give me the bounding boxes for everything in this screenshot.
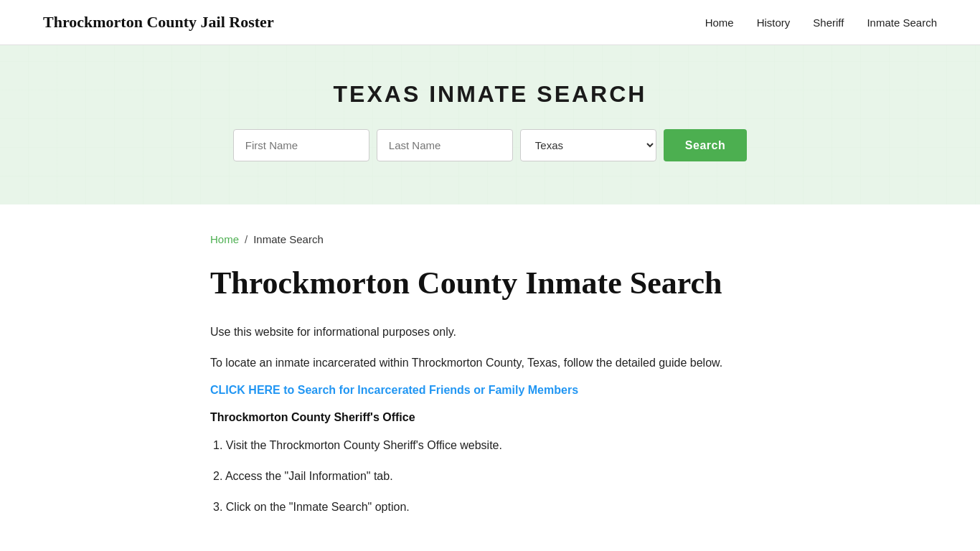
incarcerated-search-link[interactable]: CLICK HERE to Search for Incarcerated Fr… — [210, 384, 578, 396]
search-button[interactable]: Search — [664, 129, 747, 161]
site-title: Throckmorton County Jail Roster — [43, 13, 274, 32]
nav-inmate-search[interactable]: Inmate Search — [867, 17, 937, 29]
first-name-input[interactable] — [233, 129, 369, 161]
page-heading: Throckmorton County Inmate Search — [210, 265, 770, 302]
hero-title: TEXAS INMATE SEARCH — [14, 81, 966, 108]
site-header: Throckmorton County Jail Roster Home His… — [0, 0, 980, 45]
hero-banner: TEXAS INMATE SEARCH TexasAlabamaAlaskaAr… — [0, 45, 980, 204]
breadcrumb: Home / Inmate Search — [210, 233, 770, 245]
breadcrumb-home[interactable]: Home — [210, 233, 239, 245]
intro-text-2: To locate an inmate incarcerated within … — [210, 353, 770, 372]
nav-sheriff[interactable]: Sheriff — [813, 17, 844, 29]
section-subheading: Throckmorton County Sheriff's Office — [210, 411, 770, 424]
step-2: 2. Access the "Jail Information" tab. — [210, 466, 770, 486]
search-form: TexasAlabamaAlaskaArizonaArkansasCalifor… — [14, 129, 966, 161]
steps-list: 1. Visit the Throckmorton County Sheriff… — [210, 435, 770, 517]
breadcrumb-separator: / — [245, 233, 248, 245]
nav-home[interactable]: Home — [705, 17, 734, 29]
nav-history[interactable]: History — [757, 17, 791, 29]
main-content: Home / Inmate Search Throckmorton County… — [167, 204, 813, 551]
main-nav: Home History Sheriff Inmate Search — [705, 17, 937, 29]
breadcrumb-current: Inmate Search — [253, 233, 324, 245]
last-name-input[interactable] — [377, 129, 513, 161]
step-1: 1. Visit the Throckmorton County Sheriff… — [210, 435, 770, 455]
step-3: 3. Click on the "Inmate Search" option. — [210, 497, 770, 517]
state-select[interactable]: TexasAlabamaAlaskaArizonaArkansasCalifor… — [520, 129, 656, 161]
intro-text-1: Use this website for informational purpo… — [210, 322, 770, 342]
